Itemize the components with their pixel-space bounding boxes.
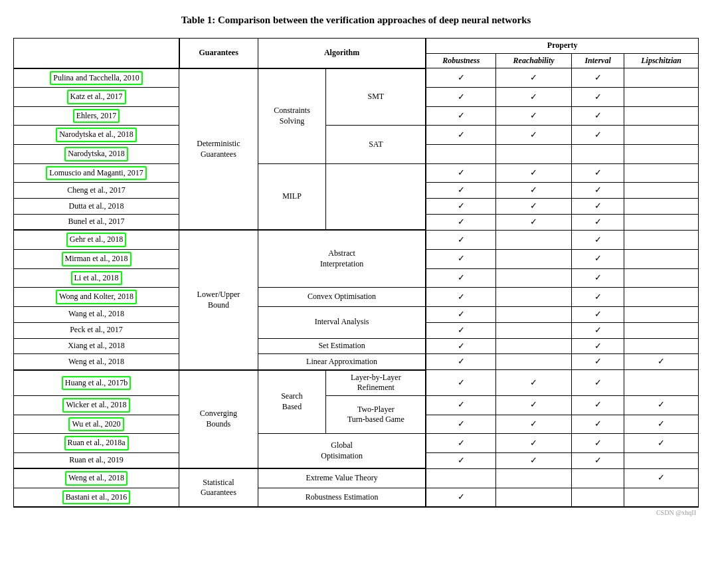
reference-label: Dutta et al., 2018 — [69, 201, 124, 211]
checkmark: ✓ — [530, 399, 537, 409]
checkmark: ✓ — [458, 201, 465, 211]
reference-label: Wu et al., 2020 — [68, 417, 124, 432]
page-title: Table 1: Comparison between the verifica… — [13, 13, 699, 27]
rob-cell: ✓ — [426, 288, 495, 307]
checkmark: ✓ — [458, 292, 465, 302]
checkmark: ✓ — [658, 472, 665, 482]
reference-label: Wong and Kolter, 2018 — [56, 290, 137, 304]
col-header-algorithm: Algorithm — [258, 39, 426, 68]
reach-cell — [496, 338, 572, 354]
lip-cell — [624, 288, 699, 307]
rob-cell: ✓ — [426, 88, 495, 107]
reach-cell: ✓ — [496, 126, 572, 145]
checkmark: ✓ — [594, 292, 602, 302]
checkmark: ✓ — [594, 341, 602, 351]
checkmark: ✓ — [458, 217, 465, 227]
interval-cell — [571, 468, 624, 488]
guarantee-cell: Lower/Upper Bound — [179, 230, 258, 369]
interval-cell: ✓ — [571, 415, 624, 434]
interval-cell: ✓ — [571, 88, 624, 107]
checkmark: ✓ — [594, 92, 602, 102]
checkmark: ✓ — [458, 377, 465, 387]
interval-cell: ✓ — [571, 288, 624, 307]
reference-label: Lomuscio and Maganti, 2017 — [46, 166, 146, 181]
reach-cell: ✓ — [496, 199, 572, 215]
algo-cell: Robustness Estimation — [258, 488, 426, 507]
interval-cell: ✓ — [571, 163, 624, 183]
checkmark: ✓ — [530, 419, 537, 429]
checkmark: ✓ — [594, 455, 602, 465]
checkmark: ✓ — [458, 253, 465, 263]
reach-cell: ✓ — [496, 163, 572, 183]
interval-cell: ✓ — [571, 183, 624, 199]
comparison-table: Guarantees Algorithm Property Robustness… — [13, 38, 699, 508]
reach-cell: ✓ — [496, 215, 572, 231]
checkmark: ✓ — [594, 217, 602, 227]
col-header-reachability: Reachability — [496, 53, 572, 68]
col-header-guarantees: Guarantees — [179, 39, 258, 68]
checkmark: ✓ — [594, 72, 602, 82]
rob-cell — [426, 468, 495, 488]
rob-cell: ✓ — [426, 163, 495, 183]
col-header-property: Property — [426, 39, 698, 54]
reference-label: Wang et al., 2018 — [68, 309, 124, 318]
reference-label: Weng et al., 2018 — [68, 357, 124, 366]
guarantee-cell: Deterministic Guarantees — [179, 68, 258, 231]
checkmark: ✓ — [594, 253, 602, 263]
checkmark: ✓ — [594, 419, 602, 429]
rob-cell: ✓ — [426, 396, 495, 415]
reach-cell — [496, 322, 572, 338]
checkmark: ✓ — [594, 438, 602, 448]
checkmark: ✓ — [594, 185, 602, 195]
reach-cell — [496, 354, 572, 370]
interval-cell: ✓ — [571, 268, 624, 288]
checkmark: ✓ — [458, 167, 465, 177]
checkmark: ✓ — [530, 438, 537, 448]
rob-cell: ✓ — [426, 338, 495, 354]
checkmark: ✓ — [594, 309, 602, 319]
checkmark: ✓ — [530, 110, 537, 120]
checkmark: ✓ — [594, 325, 602, 335]
reference-label: Weng et al., 2018 — [65, 471, 128, 486]
rob-cell: ✓ — [426, 68, 495, 88]
lip-cell — [624, 370, 699, 396]
reference-label: Cheng et al., 2017 — [67, 185, 126, 195]
checkmark: ✓ — [658, 438, 665, 448]
interval-cell: ✓ — [571, 250, 624, 269]
interval-cell: ✓ — [571, 396, 624, 415]
lip-cell — [624, 106, 699, 126]
algo2-cell: Two-PlayerTurn-based Game — [326, 396, 426, 434]
checkmark: ✓ — [458, 235, 465, 245]
reach-cell — [496, 268, 572, 288]
guarantee-cell: Statistical Guarantees — [179, 468, 258, 507]
reach-cell — [496, 145, 572, 164]
guarantee-cell: Converging Bounds — [179, 370, 258, 468]
checkmark: ✓ — [458, 92, 465, 102]
interval-cell — [571, 488, 624, 507]
checkmark: ✓ — [658, 399, 665, 409]
rob-cell: ✓ — [426, 415, 495, 434]
col-header-robustness: Robustness — [426, 53, 495, 68]
interval-cell: ✓ — [571, 199, 624, 215]
reference-label: Bastani et al., 2016 — [62, 490, 130, 505]
reach-cell — [496, 250, 572, 269]
lip-cell — [624, 215, 699, 231]
lip-cell — [624, 145, 699, 164]
lip-cell — [624, 88, 699, 107]
col-header-interval: Interval — [571, 53, 624, 68]
reach-cell: ✓ — [496, 452, 572, 468]
checkmark: ✓ — [594, 399, 602, 409]
checkmark: ✓ — [458, 455, 465, 465]
checkmark: ✓ — [594, 201, 602, 211]
interval-cell: ✓ — [571, 370, 624, 396]
checkmark: ✓ — [458, 492, 465, 502]
reach-cell: ✓ — [496, 370, 572, 396]
checkmark: ✓ — [530, 377, 537, 387]
lip-cell — [624, 183, 699, 199]
checkmark: ✓ — [530, 201, 537, 211]
checkmark: ✓ — [594, 167, 602, 177]
reference-label: Xiang et al., 2018 — [68, 341, 125, 350]
reference-label: Wicker et al., 2018 — [62, 398, 130, 413]
rob-cell: ✓ — [426, 199, 495, 215]
checkmark: ✓ — [530, 167, 537, 177]
